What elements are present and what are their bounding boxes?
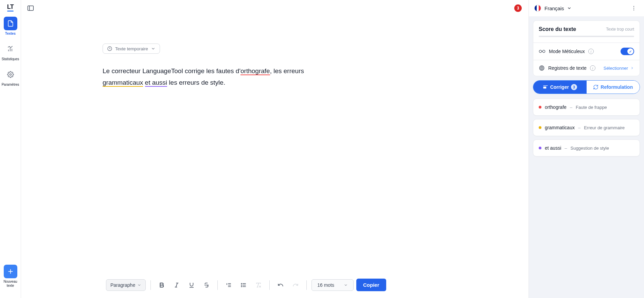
error-et-aussi[interactable]: et aussi <box>145 79 167 87</box>
meticulous-label: Mode Méticuleux <box>549 49 585 54</box>
strikethrough-button[interactable] <box>200 279 213 291</box>
tab-label: Corriger <box>550 84 569 90</box>
logo: LT <box>7 3 14 11</box>
svg-rect-34 <box>543 87 546 89</box>
svg-point-29 <box>542 50 545 52</box>
unordered-list-button[interactable] <box>237 279 250 291</box>
meticulous-row: Mode Méticuleux i <box>533 43 640 60</box>
flag-icon <box>534 5 541 12</box>
tabbar: Corriger 3 Reformulation <box>533 80 640 94</box>
undo-button[interactable] <box>274 279 287 291</box>
svg-point-22 <box>241 286 242 287</box>
issue-word: grammaticaux <box>545 125 575 130</box>
tab-reformulation[interactable]: Reformulation <box>587 81 640 94</box>
word-count-select[interactable]: 16 mots <box>311 279 354 291</box>
glasses-icon <box>539 49 545 53</box>
language-select[interactable]: Français <box>544 5 572 11</box>
temp-text-chip[interactable]: Texte temporaire <box>103 44 160 54</box>
svg-point-26 <box>633 8 634 9</box>
nav-label: Paramètres <box>2 83 19 86</box>
divider <box>306 280 307 290</box>
issue-word: orthografe <box>545 104 567 110</box>
divider <box>150 280 151 290</box>
issue-word: et aussi <box>545 145 561 151</box>
paragraph-select[interactable]: Paragraphe <box>106 279 146 291</box>
underline-button[interactable] <box>185 279 198 291</box>
issue-item[interactable]: orthografe – Faute de frappe <box>533 99 640 116</box>
nav-statistiques[interactable]: Statistiques <box>2 42 19 61</box>
info-icon[interactable]: i <box>590 65 595 71</box>
issue-sep: – <box>578 125 580 130</box>
new-text-button[interactable]: Nouveau texte <box>3 265 17 288</box>
error-count-badge[interactable]: 3 <box>514 4 522 12</box>
more-vertical-icon <box>631 5 637 11</box>
chevron-right-icon <box>630 66 634 70</box>
nav-parametres[interactable]: Paramètres <box>2 68 19 86</box>
svg-point-27 <box>633 10 634 10</box>
bold-button[interactable] <box>156 279 168 291</box>
app-root: LT Textes Statistiques Paramètres Nouve <box>0 0 644 298</box>
svg-point-33 <box>541 68 542 68</box>
svg-point-28 <box>539 50 541 52</box>
issue-item[interactable]: et aussi – Suggestion de style <box>533 139 640 156</box>
issue-dot <box>539 126 541 129</box>
refresh-icon <box>593 84 598 90</box>
meticulous-toggle[interactable] <box>621 48 634 55</box>
temp-text-label: Texte temporaire <box>115 46 148 51</box>
tab-label: Reformulation <box>601 84 633 90</box>
chevron-down-icon <box>151 46 156 51</box>
gear-icon <box>4 68 17 81</box>
editor-content[interactable]: Le correcteur LanguageTool corrige les f… <box>103 65 340 88</box>
svg-line-11 <box>176 283 178 287</box>
word-count-label: 16 mots <box>317 282 334 288</box>
chevron-down-icon <box>344 283 348 287</box>
paragraph-label: Paragraphe <box>110 282 135 288</box>
tab-corriger[interactable]: Corriger 3 <box>533 81 587 94</box>
svg-point-3 <box>10 74 11 76</box>
nav-textes[interactable]: Textes <box>4 17 17 35</box>
error-grammaticaux[interactable]: grammaticaux <box>103 79 143 87</box>
clear-format-button[interactable] <box>252 279 265 291</box>
new-text-label: Nouveau texte <box>3 280 17 288</box>
more-button[interactable] <box>629 3 639 13</box>
score-bar <box>539 36 634 37</box>
divider <box>269 280 270 290</box>
copy-button[interactable]: Copier <box>356 279 386 291</box>
issue-desc: Erreur de grammaire <box>584 125 625 130</box>
sidebar: LT Textes Statistiques Paramètres Nouve <box>0 0 21 298</box>
text-segment: les erreurs de style. <box>167 79 225 86</box>
center-area: 3 Texte temporaire Le correcteur Languag… <box>21 0 529 298</box>
italic-button[interactable] <box>171 279 183 291</box>
svg-rect-6 <box>28 6 34 10</box>
svg-point-21 <box>241 285 242 285</box>
text-segment: , les erreurs <box>270 67 304 74</box>
score-card: Score du texte Texte trop court Mode Mét… <box>533 20 640 76</box>
error-orthografe[interactable]: orthografe <box>240 67 270 75</box>
ordered-list-button[interactable] <box>222 279 235 291</box>
issue-dot <box>539 106 541 109</box>
score-message: Texte trop court <box>606 27 634 32</box>
correct-icon <box>543 85 548 89</box>
issue-sep: – <box>565 146 567 151</box>
issue-item[interactable]: grammaticaux – Erreur de grammaire <box>533 119 640 136</box>
text-segment <box>143 79 145 86</box>
register-select-link[interactable]: Sélectionner <box>604 66 634 71</box>
nav-label: Statistiques <box>2 57 19 61</box>
bottom-toolbar: Paragraphe 16 mots Copier <box>106 279 518 291</box>
info-icon[interactable]: i <box>588 49 594 54</box>
divider <box>217 280 218 290</box>
target-icon <box>539 65 545 71</box>
rp-body: Score du texte Texte trop court Mode Mét… <box>529 16 644 298</box>
editor[interactable]: Texte temporaire Le correcteur LanguageT… <box>21 16 529 298</box>
register-action-label: Sélectionner <box>604 66 628 71</box>
text-segment: Le correcteur LanguageTool corrige les f… <box>103 67 240 74</box>
rp-header: Français <box>529 0 644 16</box>
redo-button[interactable] <box>289 279 302 291</box>
issue-sep: – <box>570 105 572 110</box>
language-label: Français <box>544 5 564 11</box>
register-label: Registres de texte <box>548 65 587 71</box>
chevron-down-icon <box>567 6 572 11</box>
clock-icon <box>107 46 112 51</box>
topbar: 3 <box>21 0 529 16</box>
panel-toggle-button[interactable] <box>25 3 36 13</box>
